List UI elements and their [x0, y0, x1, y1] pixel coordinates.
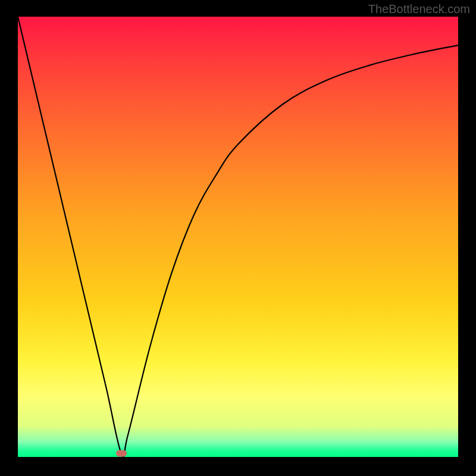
optimal-point-marker — [116, 450, 127, 457]
bottleneck-curve — [18, 17, 458, 457]
attribution-label: TheBottleneck.com — [368, 2, 470, 16]
chart-container: TheBottleneck.com — [0, 0, 476, 476]
plot-area — [18, 17, 458, 457]
